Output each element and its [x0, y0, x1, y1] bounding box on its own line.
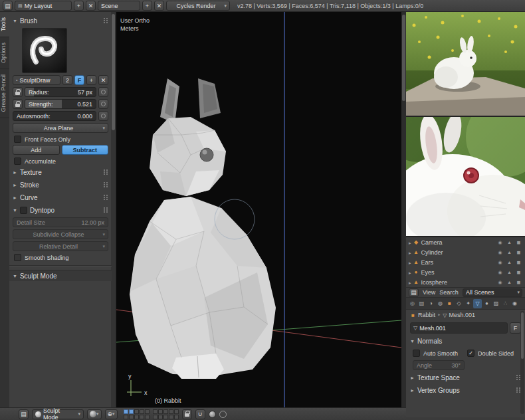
- layer-cell[interactable]: [174, 415, 179, 419]
- layer-cell[interactable]: [145, 415, 150, 419]
- smooth-shading-checkbox[interactable]: [14, 254, 21, 261]
- stroke-panel-header[interactable]: Stroke: [13, 179, 108, 190]
- layer-cell[interactable]: [124, 409, 128, 414]
- add-scene-button[interactable]: +: [142, 1, 152, 11]
- outliner-item-icosphere[interactable]: ▲ Icosphere ◉ ▲ ◼: [406, 277, 525, 287]
- panel-grip-icon[interactable]: [104, 20, 105, 21]
- visibility-eye-icon[interactable]: ◉: [496, 240, 504, 245]
- mode-selector[interactable]: Sculpt Mode ▾: [32, 409, 84, 419]
- radius-slider[interactable]: Radius:57 px: [25, 87, 96, 97]
- tab-physics[interactable]: ◉: [510, 299, 519, 308]
- render-restrict-icon[interactable]: ◼: [515, 260, 522, 265]
- add-brush-button[interactable]: +: [86, 75, 96, 85]
- radius-unified-lock-button[interactable]: [13, 87, 23, 97]
- texture-panel-header[interactable]: Texture: [13, 167, 108, 177]
- scrollbar-thumb[interactable]: [112, 14, 115, 130]
- tab-object[interactable]: ■: [445, 299, 454, 308]
- tab-tools[interactable]: Tools: [0, 12, 9, 37]
- close-scene-button[interactable]: ✕: [154, 1, 164, 11]
- layer-cell[interactable]: [134, 409, 139, 414]
- tab-options[interactable]: Options: [0, 37, 9, 69]
- panel-grip-icon[interactable]: [104, 209, 105, 211]
- add-layout-button[interactable]: +: [74, 1, 84, 11]
- reference-image-rabbit-closeup[interactable]: [406, 117, 525, 237]
- matcap-icon[interactable]: [209, 411, 216, 418]
- render-restrict-icon[interactable]: ◼: [515, 250, 522, 255]
- fake-user-button[interactable]: F: [74, 75, 84, 85]
- layer-cell[interactable]: [158, 409, 163, 414]
- double-sided-checkbox[interactable]: ✓: [467, 350, 474, 357]
- visibility-eye-icon[interactable]: ◉: [496, 280, 504, 285]
- scrollbar-thumb[interactable]: [521, 312, 524, 359]
- visibility-eye-icon[interactable]: ◉: [496, 270, 504, 275]
- radius-pressure-toggle[interactable]: [98, 87, 108, 97]
- autosmooth-slider[interactable]: Autosmooth:0.000: [13, 111, 96, 121]
- outliner-item-cylinder[interactable]: ▲ Cylinder ◉ ▲ ◼: [406, 247, 525, 257]
- dyntopo-checkbox[interactable]: [20, 207, 27, 214]
- sculpt-mode-panel-header[interactable]: Sculpt Mode: [9, 270, 112, 281]
- layer-cell[interactable]: [163, 409, 168, 414]
- layer-cell[interactable]: [140, 415, 144, 419]
- vertex-groups-panel-header[interactable]: Vertex Groups: [406, 385, 525, 395]
- breadcrumb-data[interactable]: Mesh.001: [449, 312, 475, 318]
- panel-grip-icon[interactable]: [104, 197, 105, 198]
- expand-icon[interactable]: [409, 249, 411, 256]
- panel-grip-icon[interactable]: [104, 184, 105, 185]
- fake-user-button[interactable]: F: [510, 322, 521, 334]
- layer-cell[interactable]: [140, 409, 144, 414]
- panel-grip-icon[interactable]: [516, 389, 518, 391]
- view-menu[interactable]: View: [423, 289, 435, 296]
- brush-falloff-icon[interactable]: [219, 411, 227, 418]
- lock-to-scene-button[interactable]: [182, 409, 192, 419]
- outliner-item-eyes[interactable]: ● Eyes ◉ ▲ ◼: [406, 267, 525, 277]
- display-mode-dropdown[interactable]: All Scenes: [463, 288, 522, 297]
- editor-type-icon[interactable]: ▤: [3, 1, 13, 11]
- tab-render[interactable]: ◎: [408, 299, 417, 308]
- layer-cell[interactable]: [153, 415, 158, 419]
- tab-constraints[interactable]: ◇: [455, 299, 463, 308]
- subtract-mode-button[interactable]: Subtract: [62, 145, 109, 155]
- close-layout-button[interactable]: ✕: [86, 1, 96, 11]
- pivot-point-dropdown[interactable]: ⊕▾: [105, 409, 118, 419]
- layers-widget[interactable]: [124, 409, 179, 419]
- autosmooth-pressure-toggle[interactable]: [98, 111, 108, 121]
- selectability-icon[interactable]: ▲: [506, 250, 513, 255]
- selectability-icon[interactable]: ▲: [506, 240, 513, 245]
- snap-toggle[interactable]: ∪: [195, 409, 205, 419]
- tab-modifiers[interactable]: ✦: [464, 299, 472, 308]
- outliner-item-ears[interactable]: ▲ Ears ◉ ▲ ◼: [406, 257, 525, 267]
- viewport-3d[interactable]: x y User Ortho Meters (0) Rabbit: [116, 12, 401, 407]
- breadcrumb-object[interactable]: Rabbit: [418, 312, 435, 318]
- dyntopo-panel-header[interactable]: Dyntopo: [13, 205, 108, 215]
- front-faces-checkbox[interactable]: [14, 136, 21, 143]
- editor-type-icon[interactable]: ▤: [19, 409, 29, 419]
- layer-cell[interactable]: [129, 415, 134, 419]
- expand-icon[interactable]: [409, 269, 411, 276]
- render-restrict-icon[interactable]: ◼: [515, 270, 522, 275]
- layer-cell[interactable]: [174, 409, 179, 414]
- search-menu[interactable]: Search: [439, 289, 459, 296]
- layer-cell[interactable]: [134, 415, 139, 419]
- object-name[interactable]: Eyes: [421, 269, 494, 276]
- reference-image-bunny-grass[interactable]: [406, 12, 525, 117]
- properties-scrollbar[interactable]: [520, 311, 524, 414]
- expand-icon[interactable]: [409, 239, 411, 246]
- panel-grip-icon[interactable]: [516, 377, 518, 378]
- auto-smooth-checkbox[interactable]: [413, 350, 420, 357]
- scrollbar-thumb[interactable]: [402, 15, 405, 101]
- editor-type-icon[interactable]: ▤: [409, 288, 419, 297]
- detail-type-dropdown[interactable]: Relative Detail: [13, 241, 108, 251]
- object-name[interactable]: Cylinder: [421, 249, 494, 256]
- layer-cell[interactable]: [129, 409, 134, 414]
- sculpt-plane-dropdown[interactable]: Area Plane: [13, 123, 108, 133]
- region-divider-scrollbar[interactable]: [401, 12, 406, 407]
- layer-cell[interactable]: [169, 415, 173, 419]
- smooth-angle-slider[interactable]: Angle30°: [413, 360, 465, 370]
- normals-panel-header[interactable]: Normals: [406, 336, 525, 346]
- expand-icon[interactable]: [409, 259, 411, 266]
- tab-texture[interactable]: ▨: [492, 299, 500, 308]
- render-restrict-icon[interactable]: ◼: [515, 280, 522, 285]
- strength-unified-lock-button[interactable]: [13, 99, 23, 109]
- unlink-brush-button[interactable]: ✕: [98, 75, 108, 85]
- toolshelf-scrollbar[interactable]: [111, 12, 116, 407]
